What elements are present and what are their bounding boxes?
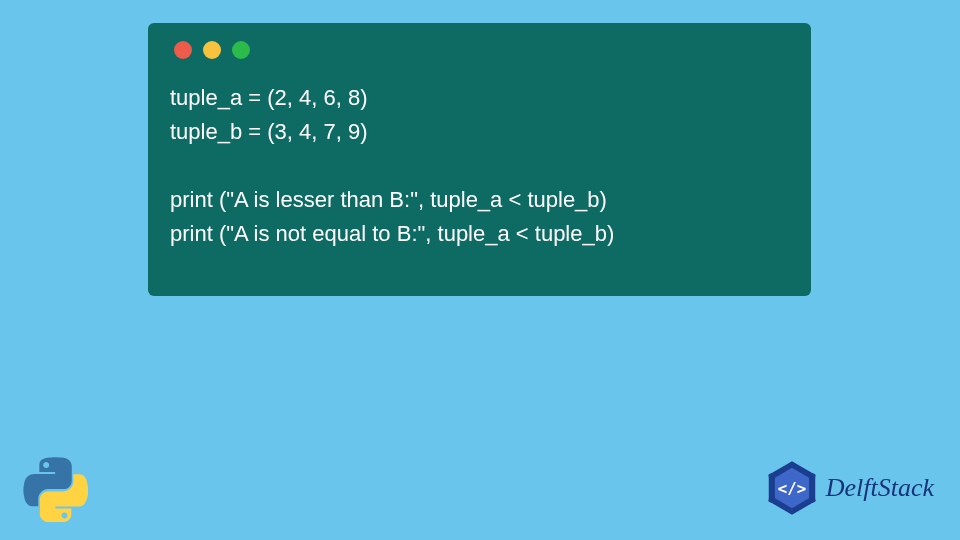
brand: </> DelftStack [764, 460, 934, 516]
maximize-icon [232, 41, 250, 59]
svg-point-2 [789, 462, 793, 466]
svg-point-5 [789, 509, 793, 513]
svg-point-7 [768, 473, 772, 477]
brand-name: DelftStack [826, 473, 934, 503]
python-icon [22, 456, 88, 522]
svg-text:</>: </> [778, 479, 806, 498]
svg-point-3 [811, 473, 815, 477]
svg-point-6 [768, 498, 772, 502]
code-line: print ("A is not equal to B:", tuple_a <… [170, 221, 614, 246]
delftstack-icon: </> [764, 460, 820, 516]
code-line: tuple_a = (2, 4, 6, 8) [170, 85, 368, 110]
code-window: tuple_a = (2, 4, 6, 8) tuple_b = (3, 4, … [148, 23, 811, 296]
code-line: tuple_b = (3, 4, 7, 9) [170, 119, 368, 144]
svg-point-4 [811, 498, 815, 502]
code-line: print ("A is lesser than B:", tuple_a < … [170, 187, 607, 212]
close-icon [174, 41, 192, 59]
code-block: tuple_a = (2, 4, 6, 8) tuple_b = (3, 4, … [170, 81, 789, 251]
window-controls [174, 41, 789, 59]
minimize-icon [203, 41, 221, 59]
